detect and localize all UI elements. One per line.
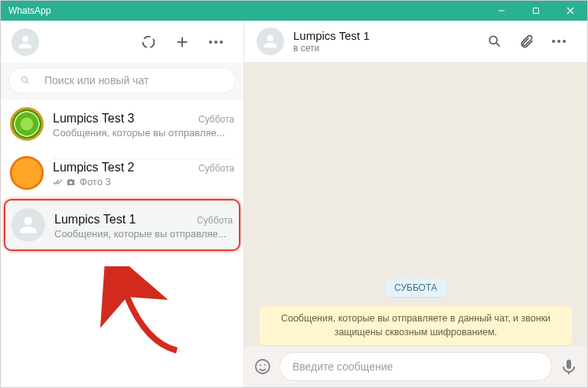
- svg-line-8: [26, 81, 28, 83]
- chat-name: Lumpics Test 3: [53, 112, 134, 126]
- chat-list: Lumpics Test 3 Суббота Сообщения, которы…: [1, 99, 243, 387]
- attach-icon[interactable]: [518, 33, 535, 50]
- chat-header: Lumpics Test 1 в сети: [244, 21, 587, 63]
- chat-time: Суббота: [198, 114, 234, 125]
- chat-avatar: [10, 107, 44, 141]
- svg-line-11: [496, 43, 500, 47]
- svg-point-10: [489, 36, 497, 44]
- contact-name: Lumpics Test 1: [293, 29, 479, 42]
- svg-point-9: [70, 181, 73, 184]
- chat-item[interactable]: Lumpics Test 2 Суббота Фото 3: [1, 148, 243, 197]
- camera-icon: [65, 177, 77, 187]
- day-separator: СУББОТА: [385, 279, 446, 297]
- new-chat-icon[interactable]: [174, 34, 191, 51]
- voice-record-icon[interactable]: [558, 356, 580, 377]
- chat-preview: Сообщения, которые вы отправляе...: [53, 127, 234, 139]
- annotation-arrow: [93, 266, 185, 358]
- chat-time: Суббота: [198, 163, 234, 174]
- search-placeholder: Поиск или новый чат: [44, 74, 149, 86]
- titlebar: WhatsApp: [1, 1, 587, 21]
- chat-name: Lumpics Test 2: [53, 161, 134, 174]
- chat-item[interactable]: Lumpics Test 3 Суббота Сообщения, которы…: [1, 99, 243, 148]
- main-pane: Lumpics Test 1 в сети СУББОТА Сообщения,…: [244, 21, 587, 387]
- search-in-chat-icon[interactable]: [486, 33, 503, 50]
- chat-preview: Сообщения, которые вы отправляе...: [54, 228, 233, 240]
- self-avatar[interactable]: [11, 28, 39, 56]
- app-window: WhatsApp: [0, 0, 588, 388]
- message-input[interactable]: Введите сообщение: [279, 352, 552, 381]
- close-button[interactable]: [553, 1, 587, 21]
- contact-status: в сети: [293, 43, 479, 54]
- maximize-button[interactable]: [518, 1, 553, 21]
- chat-name: Lumpics Test 1: [54, 213, 136, 227]
- chat-preview: Фото 3: [53, 176, 234, 187]
- contact-avatar[interactable]: [256, 28, 284, 55]
- search-wrap: Поиск или новый чат: [1, 63, 243, 99]
- sidebar-header: [1, 21, 243, 63]
- read-check-icon: [53, 178, 64, 187]
- encryption-notice: Сообщения, которые вы отправляете в данн…: [260, 306, 572, 345]
- svg-point-12: [256, 360, 270, 373]
- contact-info[interactable]: Lumpics Test 1 в сети: [293, 29, 479, 54]
- status-icon[interactable]: [140, 34, 157, 51]
- chat-item-selected[interactable]: Lumpics Test 1 Суббота Сообщения, которы…: [4, 199, 240, 251]
- svg-point-13: [260, 364, 261, 366]
- chat-avatar: [11, 208, 45, 242]
- emoji-icon[interactable]: [252, 356, 273, 377]
- svg-point-4: [143, 36, 155, 47]
- chat-time: Суббота: [197, 215, 233, 226]
- svg-point-7: [21, 77, 27, 82]
- sidebar: Поиск или новый чат Lumpics Test 3 Суббо…: [1, 21, 244, 387]
- svg-rect-1: [533, 8, 538, 14]
- window-controls: [484, 1, 587, 21]
- more-menu-icon[interactable]: [207, 34, 224, 51]
- message-composer: Введите сообщение: [244, 346, 587, 387]
- chat-menu-icon[interactable]: [550, 33, 567, 50]
- window-title: WhatsApp: [8, 5, 51, 16]
- search-icon: [20, 75, 31, 86]
- minimize-button[interactable]: [484, 1, 518, 21]
- search-input[interactable]: Поиск или новый чат: [8, 67, 236, 93]
- app-body: Поиск или новый чат Lumpics Test 3 Суббо…: [1, 21, 587, 387]
- message-placeholder: Введите сообщение: [292, 360, 393, 373]
- chat-messages-area: СУББОТА Сообщения, которые вы отправляет…: [244, 63, 587, 346]
- svg-point-14: [264, 364, 266, 366]
- chat-avatar: [10, 156, 44, 190]
